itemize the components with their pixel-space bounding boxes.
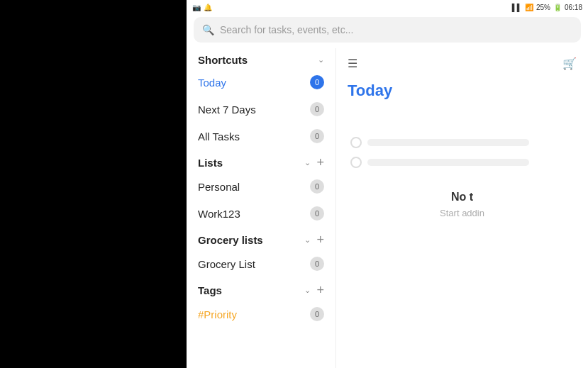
status-bar: 📷 🔔 ▌▌ 📶 25% 🔋 06:18 [187,0,588,14]
signal-icon: ▌▌ [512,4,522,11]
tags-add-icon[interactable]: + [316,283,324,298]
tags-chevron-icon[interactable]: ⌄ [304,286,311,295]
lists-chevron-icon[interactable]: ⌄ [304,158,311,167]
lists-section-header: Lists ⌄ + [187,150,335,173]
next7days-label: Next 7 Days [198,104,256,116]
sidebar-item-today[interactable]: Today 0 [187,69,335,96]
grocery-lists-chevron-icon[interactable]: ⌄ [304,235,311,245]
priority-label: #Priority [198,308,237,320]
alltasks-label: All Tasks [198,130,240,143]
battery-icon: 🔋 [553,4,562,11]
sidebar-drawer: Shortcuts ⌄ Today 0 Next 7 Days 0 All Ta… [187,48,335,368]
today-panel: ☰ 🛒 Today No t Star [335,48,588,368]
grocerylist-label: Grocery List [198,258,255,270]
personal-badge: 0 [310,179,324,194]
sidebar-item-next7days[interactable]: Next 7 Days 0 [187,96,335,123]
wifi-icon: 📶 [525,4,533,11]
sidebar-item-priority[interactable]: #Priority 0 [187,301,335,328]
today-title-area: Today [336,79,588,108]
grocery-lists-label: Grocery lists [198,234,304,246]
lists-add-icon[interactable]: + [316,155,324,170]
grocery-lists-add-icon[interactable]: + [316,233,324,247]
phone-screen: 📷 🔔 ▌▌ 📶 25% 🔋 06:18 🔍 Search for tasks,… [187,0,588,368]
placeholder-row-2 [350,157,529,168]
status-bar-left: 📷 🔔 [192,4,212,11]
today-badge: 0 [310,75,324,89]
time-display: 06:18 [565,4,582,11]
no-tasks-message: No t Start addin [440,191,484,218]
search-placeholder: Search for tasks, events, etc... [220,24,353,35]
sidebar-item-alltasks[interactable]: All Tasks 0 [187,123,335,150]
camera-icon: 📷 [192,4,201,11]
placeholder-line-2 [367,159,529,166]
tags-label: Tags [198,284,304,296]
tags-section-header: Tags ⌄ + [187,277,335,301]
shortcuts-section-header: Shortcuts ⌄ [187,48,335,69]
no-tasks-subtitle: Start addin [440,208,484,218]
alltasks-badge: 0 [310,129,324,143]
search-icon: 🔍 [202,24,214,35]
today-panel-left-icons: ☰ [348,57,357,70]
placeholder-circle-1 [350,137,362,148]
personal-label: Personal [198,181,240,193]
next7days-badge: 0 [310,102,324,116]
placeholder-circle-2 [350,157,362,168]
status-bar-right: ▌▌ 📶 25% 🔋 06:18 [512,4,582,11]
today-panel-header: ☰ 🛒 [336,48,588,79]
no-tasks-title: No t [440,191,484,203]
placeholder-row-1 [350,137,529,148]
shortcuts-chevron-icon[interactable]: ⌄ [318,55,324,65]
placeholder-rows [350,137,574,177]
work123-badge: 0 [310,206,324,221]
shortcuts-label: Shortcuts [198,54,248,66]
today-label: Today [198,77,226,89]
sidebar-item-personal[interactable]: Personal 0 [187,173,335,200]
lists-label: Lists [198,157,304,169]
search-bar[interactable]: 🔍 Search for tasks, events, etc... [194,17,581,43]
battery-percentage: 25% [536,4,550,11]
priority-badge: 0 [310,307,324,321]
hamburger-icon[interactable]: ☰ [348,57,357,70]
notification-icon: 🔔 [204,4,212,11]
today-panel-title: Today [348,82,392,99]
work123-label: Work123 [198,208,240,220]
grocery-lists-section-header: Grocery lists ⌄ + [187,227,335,250]
placeholder-line-1 [367,139,529,146]
grocerylist-badge: 0 [310,257,324,271]
sidebar-item-work123[interactable]: Work123 0 [187,200,335,227]
sidebar-item-grocerylist[interactable]: Grocery List 0 [187,250,335,277]
no-tasks-area: No t Start addin [336,123,588,233]
today-panel-right-icons: 🛒 [562,57,577,70]
basket-icon[interactable]: 🛒 [562,57,577,70]
